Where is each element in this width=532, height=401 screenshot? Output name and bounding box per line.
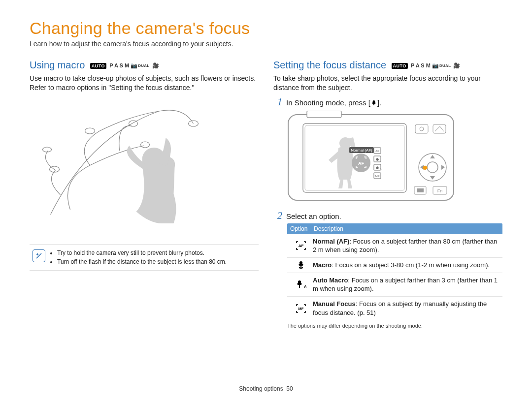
table-row: A Auto Macro: Focus on a subject farther… [287, 273, 502, 297]
step-1: 1 In Shooting mode, press [ ]. [273, 96, 502, 108]
svg-text:MF: MF [299, 307, 304, 311]
row-title: Manual Focus [313, 300, 356, 308]
svg-text:A: A [304, 284, 306, 289]
footer-section: Shooting options [239, 385, 283, 392]
page-intro: Learn how to adjust the camera's focus a… [30, 40, 502, 48]
svg-rect-8 [307, 111, 341, 118]
page-title: Changing the camera's focus [30, 19, 502, 38]
step-1-text-prefix: In Shooting mode, press [ [286, 98, 370, 107]
table-row: AF Normal (AF): Focus on a subject farth… [287, 234, 502, 258]
pasm-letters: P A S M [109, 62, 129, 68]
row-title: Normal (AF) [313, 238, 349, 245]
auto-badge-icon: AUTO [392, 63, 408, 69]
page-footer: Shooting options 50 [0, 385, 532, 392]
auto-macro-icon: A [289, 276, 313, 293]
left-column: Using macro AUTO P A S M 📷DUAL 🎥 Use mac… [30, 57, 259, 329]
using-macro-body: Use macro to take close-up photos of sub… [30, 74, 259, 93]
step-1-text-suffix: ]. [377, 98, 381, 107]
focus-distance-heading: Setting the focus distance [273, 60, 386, 71]
camera-illustration: AF Normal (AF) AF A MF [287, 111, 502, 206]
movie-mode-icon: 🎥 [453, 62, 460, 69]
using-macro-heading: Using macro [30, 60, 85, 71]
normal-af-icon: AF [289, 237, 313, 254]
row-text: : Focus on a subject 3-80 cm (1-2 m when… [332, 261, 490, 269]
manual-focus-icon: MF [289, 300, 313, 317]
pasm-letters: P A S M [411, 62, 431, 68]
camera-label-text: Normal (AF) [351, 148, 372, 153]
svg-text:AF: AF [375, 150, 379, 153]
dual-badge: DUAL [439, 63, 451, 68]
step-number: 1 [273, 96, 282, 108]
macro-flower-icon [289, 261, 313, 270]
step-2: 2 Select an option. [273, 210, 502, 221]
table-row: Macro: Focus on a subject 3-80 cm (1-2 m… [287, 258, 502, 273]
svg-point-1 [43, 147, 52, 152]
tip-item: Turn off the flash if the distance to th… [57, 257, 227, 266]
svg-text:AF: AF [358, 161, 364, 166]
svg-point-2 [85, 128, 95, 134]
step-number: 2 [273, 210, 282, 221]
focus-distance-body: To take sharp photos, select the appropr… [273, 74, 502, 93]
mode-badges-macro: AUTO P A S M 📷DUAL 🎥 [90, 62, 159, 69]
footer-page-number: 50 [286, 385, 293, 392]
th-option: Option [290, 225, 314, 232]
th-description: Description [314, 225, 343, 232]
table-note: The options may differ depending on the … [287, 323, 502, 329]
svg-text:Fn: Fn [437, 188, 443, 193]
scene-icon: 📷 [432, 62, 439, 68]
mode-badges-focus: AUTO P A S M 📷DUAL 🎥 [392, 62, 461, 69]
auto-badge-icon: AUTO [90, 63, 106, 69]
table-row: MF Manual Focus: Focus on a subject by m… [287, 297, 502, 320]
tip-list: Try to hold the camera very still to pre… [50, 248, 227, 266]
svg-point-3 [129, 121, 138, 126]
tip-item: Try to hold the camera very still to pre… [57, 248, 227, 257]
movie-mode-icon: 🎥 [152, 62, 159, 69]
tip-box: Try to hold the camera very still to pre… [30, 244, 259, 271]
options-table: Option Description AF Normal (AF): Focus… [287, 223, 502, 320]
macro-illustration [30, 96, 259, 224]
row-title: Auto Macro [313, 277, 348, 284]
dual-badge: DUAL [138, 63, 149, 68]
scene-icon: 📷 [131, 62, 137, 68]
svg-text:AF: AF [299, 244, 304, 248]
svg-text:MF: MF [375, 175, 380, 178]
row-title: Macro [313, 261, 332, 269]
step-2-text: Select an option. [286, 212, 341, 220]
svg-point-5 [141, 142, 150, 148]
right-column: Setting the focus distance AUTO P A S M … [273, 57, 502, 329]
svg-rect-28 [417, 188, 424, 192]
note-icon [33, 249, 45, 262]
macro-button-icon [370, 99, 377, 108]
